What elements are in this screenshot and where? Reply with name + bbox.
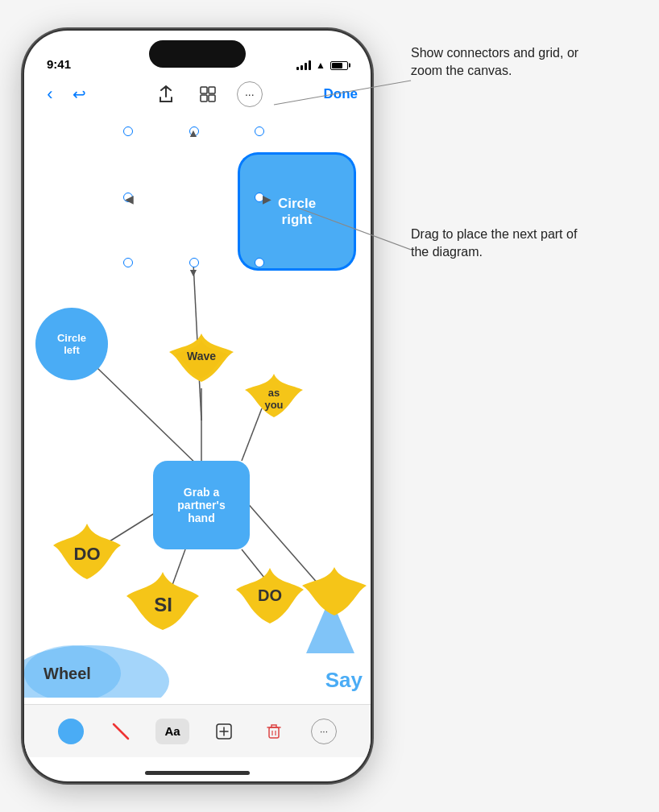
circle-right-label: Circleright bbox=[278, 196, 316, 228]
drag-arrow-right[interactable]: ▶ bbox=[263, 193, 271, 205]
si-label: SI bbox=[121, 594, 205, 616]
wave-label: Wave bbox=[165, 350, 238, 362]
selection-handle-bl[interactable] bbox=[123, 258, 133, 267]
status-icons: ▲ bbox=[296, 60, 348, 71]
drag-arrow-bottom[interactable]: ▼ bbox=[188, 266, 199, 279]
pen-tool-button[interactable] bbox=[56, 716, 86, 747]
status-time: 9:41 bbox=[47, 57, 71, 71]
back-button[interactable]: ‹ bbox=[37, 84, 63, 105]
home-indicator bbox=[145, 771, 250, 775]
slash-tool-button[interactable] bbox=[106, 716, 136, 747]
as-you-label: asyou bbox=[242, 387, 306, 411]
grid-button[interactable] bbox=[195, 81, 221, 107]
phone-frame: 9:41 ▲ ‹ ↩ bbox=[24, 31, 371, 781]
drag-arrow-left[interactable]: ◀ bbox=[125, 193, 134, 205]
wave-node[interactable]: Wave bbox=[165, 332, 238, 400]
add-tool-button[interactable] bbox=[209, 716, 239, 747]
undo-button[interactable]: ↩ bbox=[66, 81, 92, 107]
annotation-connectors-text: Show connectors and grid, or zoom the ca… bbox=[411, 44, 596, 81]
canvas-area[interactable]: ▲ ▼ ◀ ▶ Circleright Circleleft bbox=[24, 114, 371, 701]
pen-circle bbox=[58, 719, 84, 744]
drag-arrow-top[interactable]: ▲ bbox=[188, 126, 199, 139]
more-tool-button[interactable]: ··· bbox=[309, 716, 339, 747]
say-text: Say bbox=[325, 668, 363, 693]
do-left-node[interactable]: DO bbox=[47, 521, 127, 598]
as-you-node[interactable]: asyou bbox=[242, 372, 306, 433]
toolbar: ‹ ↩ ··· Done bbox=[24, 74, 371, 114]
annotation-connectors: Show connectors and grid, or zoom the ca… bbox=[411, 44, 596, 81]
svg-rect-0 bbox=[201, 87, 207, 93]
signal-icon bbox=[296, 60, 311, 70]
extra-star-node bbox=[298, 566, 371, 638]
text-tool-button[interactable]: Aa bbox=[155, 719, 189, 744]
circle-left-label: Circleleft bbox=[57, 332, 86, 356]
text-tool-label: Aa bbox=[164, 724, 180, 738]
svg-rect-3 bbox=[209, 95, 215, 102]
circle-left-node[interactable]: Circleleft bbox=[35, 308, 108, 380]
delete-tool-button[interactable] bbox=[259, 716, 289, 747]
circle-right-node[interactable]: Circleright bbox=[238, 153, 355, 270]
circle-right-node-wrap: Circleright bbox=[127, 130, 260, 263]
si-node[interactable]: SI bbox=[121, 570, 205, 650]
selection-handle-tl[interactable] bbox=[123, 126, 133, 136]
selection-handle-br[interactable] bbox=[255, 258, 264, 267]
do-left-label: DO bbox=[47, 544, 127, 565]
svg-line-16 bbox=[114, 724, 128, 739]
grab-partner-label: Grab apartner'shand bbox=[177, 486, 225, 524]
battery-icon bbox=[330, 61, 348, 70]
bottom-toolbar: Aa ··· bbox=[24, 704, 371, 757]
annotation-drag-text: Drag to place the next part of the diagr… bbox=[411, 226, 596, 262]
dynamic-island bbox=[149, 40, 246, 68]
toolbar-center: ··· bbox=[92, 81, 324, 107]
svg-rect-20 bbox=[269, 727, 279, 738]
more-button[interactable]: ··· bbox=[237, 81, 263, 107]
grab-partner-node[interactable]: Grab apartner'shand bbox=[153, 461, 250, 549]
svg-rect-1 bbox=[209, 87, 215, 93]
wifi-icon: ▲ bbox=[316, 60, 325, 71]
selection-handle-tr[interactable] bbox=[255, 126, 264, 136]
annotation-drag: Drag to place the next part of the diagr… bbox=[411, 226, 596, 262]
wheel-text: Wheel bbox=[44, 665, 91, 683]
share-button[interactable] bbox=[153, 81, 179, 107]
more-icon: ··· bbox=[245, 88, 255, 101]
more-tool-icon: ··· bbox=[320, 726, 328, 737]
done-button[interactable]: Done bbox=[324, 86, 359, 102]
svg-rect-2 bbox=[201, 95, 207, 102]
